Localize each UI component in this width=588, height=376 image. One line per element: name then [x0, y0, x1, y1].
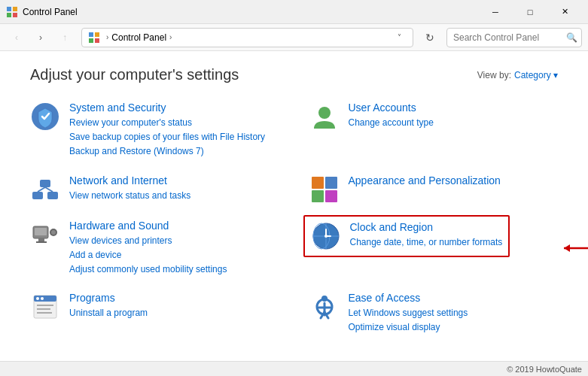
- svg-rect-1: [13, 7, 17, 11]
- search-input[interactable]: [453, 32, 566, 43]
- ease-access-content: Ease of Access Let Windows suggest setti…: [349, 292, 468, 335]
- minimize-button[interactable]: ─: [478, 0, 513, 24]
- svg-rect-18: [325, 190, 337, 202]
- navigation-bar: ‹ › ↑ › Control Panel › ˅ ↻ 🔍: [0, 24, 588, 51]
- appearance-title[interactable]: Appearance and Personalization: [349, 174, 501, 186]
- title-bar: Control Panel ─ □ ✕: [0, 0, 588, 24]
- address-dropdown-button[interactable]: ˅: [391, 28, 407, 47]
- mobility-settings-link[interactable]: Adjust commonly used mobility settings: [69, 262, 227, 277]
- change-date-time-link[interactable]: Change date, time, or number formats: [350, 235, 503, 250]
- hardware-sound-links: View devices and printers Add a device A…: [69, 234, 227, 277]
- view-by-control: View by: Category ▾: [477, 70, 558, 80]
- appearance-content: Appearance and Personalization: [349, 174, 501, 189]
- category-clock-region: Clock and Region Change date, time, or n…: [309, 220, 559, 277]
- category-hardware-sound: Hardware and Sound View devices and prin…: [30, 220, 279, 277]
- hardware-sound-content: Hardware and Sound View devices and prin…: [69, 220, 227, 277]
- programs-content: Programs Uninstall a program: [69, 292, 148, 320]
- change-account-type-link[interactable]: Change account type: [349, 116, 434, 130]
- svg-rect-24: [36, 241, 47, 243]
- svg-line-13: [38, 187, 45, 192]
- address-chevron-2: ›: [169, 33, 172, 41]
- user-accounts-links: Change account type: [349, 116, 434, 130]
- system-security-title[interactable]: System and Security: [69, 102, 265, 114]
- view-by-value[interactable]: Category ▾: [514, 70, 558, 80]
- maximize-button[interactable]: □: [513, 0, 547, 24]
- close-button[interactable]: ✕: [547, 0, 582, 24]
- svg-rect-5: [95, 32, 99, 37]
- network-content: Network and Internet View network status…: [69, 174, 190, 203]
- ease-access-icon: [309, 292, 340, 322]
- system-security-links: Review your computer's status Save backu…: [69, 116, 265, 159]
- hardware-sound-title[interactable]: Hardware and Sound: [69, 220, 227, 232]
- svg-rect-7: [95, 38, 99, 43]
- programs-title[interactable]: Programs: [69, 292, 148, 304]
- svg-point-36: [36, 297, 39, 300]
- uninstall-program-link[interactable]: Uninstall a program: [69, 306, 148, 320]
- programs-links: Uninstall a program: [69, 306, 148, 320]
- ease-access-title[interactable]: Ease of Access: [349, 292, 468, 304]
- forward-button[interactable]: ›: [30, 27, 51, 48]
- svg-rect-40: [37, 312, 52, 314]
- address-chevron: ›: [106, 33, 108, 41]
- svg-rect-6: [89, 38, 93, 43]
- refresh-button[interactable]: ↻: [419, 27, 440, 48]
- svg-rect-4: [89, 32, 93, 37]
- clock-region-title[interactable]: Clock and Region: [350, 221, 503, 233]
- category-user-accounts: User Accounts Change account type: [309, 102, 559, 159]
- system-security-content: System and Security Review your computer…: [69, 102, 265, 159]
- backup-restore-link[interactable]: Backup and Restore (Windows 7): [69, 144, 265, 159]
- view-devices-printers-link[interactable]: View devices and printers: [69, 234, 227, 248]
- search-button[interactable]: 🔍: [566, 28, 577, 47]
- category-programs: Programs Uninstall a program: [30, 292, 279, 335]
- clock-region-icon: [311, 221, 341, 251]
- svg-rect-0: [7, 7, 11, 11]
- svg-line-14: [45, 187, 53, 192]
- svg-point-37: [41, 297, 44, 300]
- svg-rect-20: [35, 228, 47, 235]
- clock-region-content: Clock and Region Change date, time, or n…: [350, 221, 503, 250]
- hardware-sound-icon: [30, 220, 60, 250]
- page-title: Adjust your computer's settings: [30, 66, 239, 83]
- ease-access-links: Let Windows suggest settings Optimize vi…: [349, 306, 468, 335]
- add-device-link[interactable]: Add a device: [69, 248, 227, 262]
- address-bar: › Control Panel › ˅: [81, 28, 413, 47]
- system-security-icon: [30, 102, 60, 132]
- user-accounts-icon: [309, 102, 340, 132]
- svg-rect-39: [37, 308, 50, 310]
- svg-rect-12: [40, 180, 50, 187]
- address-control-panel[interactable]: Control Panel: [111, 32, 166, 43]
- appearance-icon: [309, 174, 340, 205]
- svg-point-9: [318, 107, 331, 119]
- control-panel-icon: [88, 32, 100, 44]
- category-appearance: Appearance and Personalization: [309, 174, 559, 205]
- main-content: Adjust your computer's settings View by:…: [0, 51, 588, 361]
- svg-rect-2: [7, 13, 11, 17]
- network-links: View network status and tasks: [69, 189, 190, 203]
- back-button[interactable]: ‹: [6, 27, 27, 48]
- category-ease-access: Ease of Access Let Windows suggest setti…: [309, 292, 559, 335]
- up-button[interactable]: ↑: [54, 27, 75, 48]
- network-title[interactable]: Network and Internet: [69, 174, 190, 186]
- view-network-status-link[interactable]: View network status and tasks: [69, 189, 190, 203]
- status-bar-text: © 2019 HowtoQuate: [507, 365, 582, 374]
- backup-copies-link[interactable]: Save backup copies of your files with Fi…: [69, 130, 265, 144]
- svg-marker-33: [564, 244, 570, 252]
- window-icon: [6, 6, 18, 18]
- optimize-visual-link[interactable]: Optimize visual display: [349, 320, 468, 335]
- svg-rect-11: [47, 192, 58, 199]
- clock-region-highlight: Clock and Region Change date, time, or n…: [303, 215, 510, 257]
- svg-rect-10: [32, 192, 43, 199]
- window-title: Control Panel: [23, 7, 478, 17]
- user-accounts-title[interactable]: User Accounts: [349, 102, 434, 114]
- programs-icon: [30, 292, 60, 322]
- svg-rect-17: [312, 190, 324, 202]
- windows-suggest-link[interactable]: Let Windows suggest settings: [349, 306, 468, 320]
- view-by-label: View by:: [477, 70, 511, 80]
- review-status-link[interactable]: Review your computer's status: [69, 116, 265, 130]
- svg-point-22: [51, 230, 56, 235]
- status-bar: © 2019 HowtoQuate: [0, 361, 588, 376]
- svg-rect-23: [38, 238, 44, 241]
- highlight-arrow: [558, 241, 588, 256]
- svg-rect-3: [13, 13, 17, 17]
- clock-region-links: Change date, time, or number formats: [350, 235, 503, 250]
